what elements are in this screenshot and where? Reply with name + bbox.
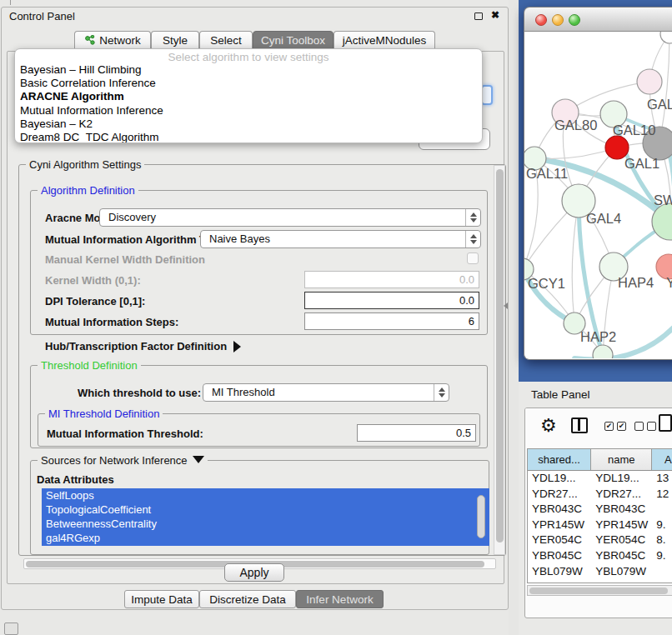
manual-kernel-label: Manual Kernel Width Definition — [45, 253, 205, 266]
panel-divider-gutter[interactable] — [509, 0, 519, 635]
table-row[interactable]: YBR045CYBR045C9. — [528, 548, 672, 564]
table-panel: Table Panel ⚙ ✔✔ shared...nameA YDL19...… — [519, 382, 672, 635]
which-threshold-select[interactable]: MI Threshold — [203, 383, 449, 402]
screen: Control Panel ✖ NetworkStyleSelectCyni T… — [0, 0, 672, 635]
column-header-A[interactable]: A — [652, 449, 672, 470]
aracne-mode-select[interactable]: Discovery — [99, 208, 481, 227]
stepper-icon[interactable] — [465, 231, 480, 248]
bottom-tab-impute-data[interactable]: Impute Data — [124, 590, 199, 608]
minimized-panel-button[interactable] — [4, 622, 18, 635]
unchecked-pair-icon[interactable] — [634, 422, 656, 431]
network-node-gal[interactable] — [637, 69, 662, 94]
table-cell: YDR27... — [528, 487, 591, 502]
tab-cyni-toolbox[interactable]: Cyni Toolbox — [253, 31, 333, 50]
zoom-window-icon[interactable] — [569, 14, 580, 26]
bottom-tab-bar: Impute DataDiscretize DataInfer Network — [2, 590, 508, 609]
tab-style[interactable]: Style — [151, 31, 199, 50]
float-panel-icon[interactable] — [474, 12, 483, 20]
network-icon — [84, 35, 96, 46]
node-label: GAL4 — [586, 211, 621, 226]
table-row[interactable]: YLR345WYLR345W9. — [528, 579, 672, 583]
settings-vscrollbar[interactable] — [494, 165, 505, 555]
stepper-icon[interactable] — [434, 384, 449, 401]
list-scrollbar-thumb[interactable] — [477, 495, 485, 538]
table-toolbar: ⚙ ✔✔ — [525, 408, 672, 448]
checked-pair-icon[interactable]: ✔✔ — [604, 422, 626, 431]
dropdown-item[interactable]: ARACNE Algorithm — [15, 90, 482, 103]
table-cell: YLR345W — [528, 579, 591, 583]
dropdown-item[interactable]: Basic Correlation Inference — [15, 77, 482, 90]
node-label: GAL80 — [554, 118, 597, 132]
table-cell: 13 — [652, 471, 672, 487]
settings-vscrollbar-thumb[interactable] — [496, 169, 504, 542]
dropdown-item-list: Bayesian – Hill ClimbingBasic Correlatio… — [15, 63, 482, 143]
minimize-window-icon[interactable] — [552, 14, 564, 26]
attribute-list-item[interactable]: SelfLoops — [42, 488, 489, 502]
dropdown-item[interactable]: Dream8 DC_TDC Algorithm — [15, 131, 482, 143]
attribute-list-item[interactable]: gal4RGexp — [42, 531, 489, 545]
hub-definition-toggle[interactable]: Hub/Transcription Factor Definition — [45, 340, 241, 352]
table-cell: YDL19... — [591, 471, 652, 487]
close-window-icon[interactable] — [535, 14, 547, 26]
table-row[interactable]: YPR145WYPR145W9. — [528, 518, 672, 533]
table-panel-title: Table Panel — [531, 388, 590, 401]
node-attribute-table[interactable]: shared...nameA YDL19...YDL19...13YDR27..… — [527, 448, 672, 583]
apply-button[interactable]: Apply — [224, 563, 284, 582]
mi-type-select[interactable]: Naive Bayes — [200, 230, 481, 248]
network-node[interactable] — [660, 32, 672, 43]
column-header-shared[interactable]: shared... — [528, 449, 591, 470]
attribute-list-item[interactable]: BetweennessCentrality — [42, 517, 489, 531]
table-cell: YER054C — [528, 532, 591, 548]
dropdown-item[interactable]: Mutual Information Inference — [15, 104, 482, 118]
algorithm-dropdown-popup: Select algorithm to view settings Bayesi… — [14, 48, 483, 143]
bottom-tab-discretize-data[interactable]: Discretize Data — [199, 590, 296, 608]
network-desktop: GALGAL80GAL10GAL1GAL11SWI4GAL4GCY1HAP4YH… — [519, 0, 672, 382]
table-row[interactable]: YDR27...YDR27...12 — [528, 487, 672, 502]
stepper-icon[interactable] — [465, 209, 480, 226]
table-cell: 9. — [652, 518, 672, 533]
splitter-arrow-icon[interactable] — [504, 302, 508, 309]
data-attributes-list[interactable]: SelfLoopsTopologicalCoefficientBetweenne… — [42, 488, 489, 546]
network-node[interactable] — [593, 345, 613, 358]
manual-kernel-checkbox[interactable] — [467, 252, 479, 264]
column-header-name[interactable]: name — [591, 449, 652, 470]
table-row[interactable]: YDL19...YDL19...13 — [528, 471, 672, 487]
network-window-titlebar[interactable] — [524, 7, 672, 32]
node-label: GAL11 — [526, 166, 568, 181]
close-panel-icon[interactable]: ✖ — [491, 9, 499, 21]
dpi-tolerance-field[interactable] — [304, 292, 479, 309]
threshold-definition-legend: Threshold Definition — [38, 359, 141, 372]
kernel-width-field[interactable] — [304, 271, 479, 288]
tab-label: jActiveMNodules — [343, 34, 427, 47]
network-canvas[interactable]: GALGAL80GAL10GAL1GAL11SWI4GAL4GCY1HAP4YH… — [524, 32, 672, 360]
network-view-window[interactable]: GALGAL80GAL10GAL1GAL11SWI4GAL4GCY1HAP4YH… — [524, 7, 672, 360]
mi-threshold-field[interactable] — [357, 424, 476, 442]
table-cell: 9. — [652, 579, 672, 583]
which-threshold-value: MI Threshold — [212, 386, 275, 398]
attribute-list-item[interactable]: TopologicalCoefficient — [42, 502, 489, 517]
hub-definition-label: Hub/Transcription Factor Definition — [45, 340, 227, 352]
table-row[interactable]: YBR043CYBR043C — [528, 502, 672, 518]
top-tab-remnant — [10, 0, 11, 5]
tab-jactivemnodules[interactable]: jActiveMNodules — [333, 31, 435, 50]
table-hscrollbar-thumb[interactable] — [529, 588, 668, 595]
bottom-tab-infer-network[interactable]: Infer Network — [296, 590, 384, 608]
tab-network[interactable]: Network — [74, 31, 151, 50]
table-cell: YBR045C — [528, 548, 591, 564]
table-hscrollbar[interactable] — [527, 585, 672, 596]
mi-steps-field[interactable] — [304, 312, 479, 330]
table-row[interactable]: YBL079WYBL079W — [528, 564, 672, 580]
focused-combo-fragment — [481, 85, 493, 105]
sources-legend[interactable]: Sources for Network Inference — [38, 454, 208, 467]
dropdown-item[interactable]: Bayesian – Hill Climbing — [15, 63, 482, 77]
table-cell: YLR345W — [591, 579, 652, 583]
table-row[interactable]: YER054CYER054C8. — [528, 532, 672, 548]
table-cell: YBR043C — [528, 502, 591, 518]
tab-label: Cyni Toolbox — [261, 34, 325, 47]
document-icon[interactable] — [659, 414, 672, 432]
split-columns-icon[interactable] — [571, 418, 588, 433]
network-edge[interactable] — [534, 148, 617, 159]
gear-icon[interactable]: ⚙ — [540, 415, 557, 436]
tab-select[interactable]: Select — [199, 31, 253, 50]
dropdown-item[interactable]: Bayesian – K2 — [15, 118, 482, 131]
